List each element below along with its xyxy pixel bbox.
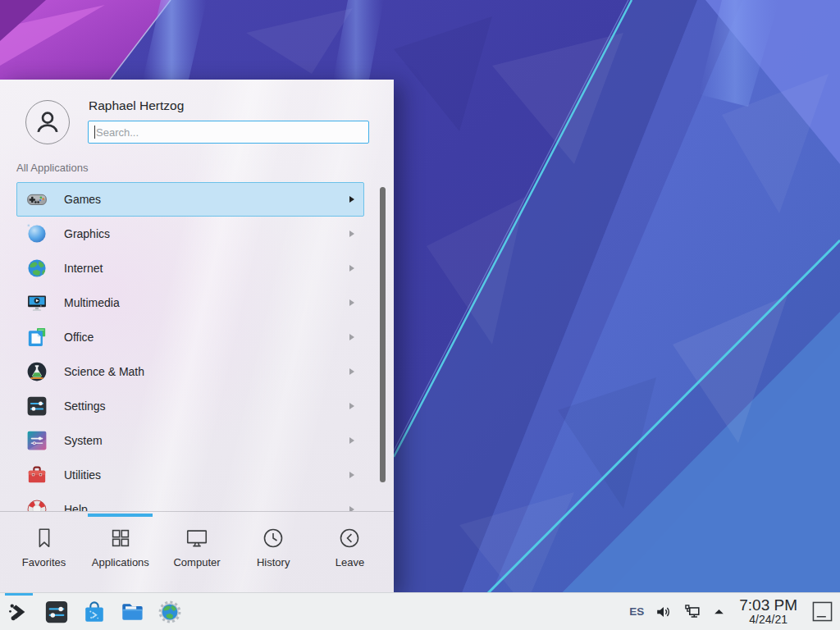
science-category-icon [26, 361, 48, 382]
launcher-application-launcher[interactable] [7, 600, 31, 624]
kde-launcher-icon [7, 600, 31, 624]
submenu-arrow-icon [349, 403, 354, 409]
submenu-arrow-icon [349, 437, 354, 444]
network-icon[interactable] [683, 603, 701, 621]
category-row-games[interactable]: Games [16, 182, 364, 217]
tray-expander-icon[interactable] [712, 605, 726, 619]
category-row-system[interactable]: System [16, 423, 364, 458]
category-row-utilities[interactable]: Utilities [16, 458, 364, 492]
keyboard-layout-indicator[interactable]: ES [629, 605, 644, 618]
category-list: GamesGraphicsInternetMultimediaOfficeSci… [0, 182, 394, 511]
internet-category-icon [26, 258, 48, 279]
show-desktop-button[interactable] [812, 601, 833, 622]
category-label: Internet [64, 262, 103, 275]
digital-clock[interactable]: 7:03 PM 4/24/21 [739, 597, 797, 627]
launcher-discover[interactable] [82, 600, 107, 624]
multimedia-category-icon [26, 292, 48, 313]
tab-favorites[interactable]: Favorites [6, 512, 82, 592]
list-scrollbar[interactable] [380, 187, 386, 482]
tab-label: Favorites [22, 556, 66, 568]
category-row-help[interactable]: Help [16, 492, 364, 511]
search-input-field[interactable] [89, 121, 368, 143]
category-label: Utilities [64, 468, 101, 482]
folder-icon [120, 600, 144, 624]
leave-back-icon [337, 526, 362, 550]
user-name: Raphael Hertzog [89, 98, 184, 113]
category-row-multimedia[interactable]: Multimedia [16, 285, 364, 320]
text-cursor [94, 126, 95, 139]
launcher-file-manager[interactable] [120, 600, 144, 624]
globe-gear-icon [158, 600, 182, 624]
category-row-graphics[interactable]: Graphics [16, 217, 364, 251]
tab-label: History [257, 556, 290, 568]
category-row-science-math[interactable]: Science & Math [16, 354, 364, 389]
section-label: All Applications [16, 162, 88, 174]
discover-bag-icon [82, 600, 107, 624]
submenu-arrow-icon [349, 299, 354, 306]
history-clock-icon [261, 526, 285, 550]
submenu-arrow-icon [349, 196, 354, 203]
clock-date: 4/24/21 [739, 614, 797, 626]
desktop: Raphael Hertzog All Applications GamesGr… [0, 0, 840, 630]
graphics-category-icon [26, 223, 48, 244]
volume-icon[interactable] [655, 603, 673, 621]
category-label: System [64, 434, 103, 447]
launcher-system-settings[interactable] [44, 600, 69, 624]
settings-category-icon [26, 395, 48, 417]
utilities-category-icon [26, 464, 48, 486]
submenu-arrow-icon [349, 368, 354, 375]
clock-time: 7:03 PM [739, 597, 797, 614]
system-settings-icon [44, 600, 69, 624]
user-avatar [25, 100, 70, 144]
search-input[interactable] [88, 121, 369, 144]
category-label: Settings [64, 399, 106, 413]
application-launcher-menu: Raphael Hertzog All Applications GamesGr… [0, 80, 394, 592]
tab-label: Leave [336, 556, 364, 568]
category-label: Graphics [64, 227, 110, 240]
tab-label: Computer [173, 556, 220, 568]
submenu-arrow-icon [349, 472, 354, 478]
help-category-icon [26, 499, 48, 511]
computer-monitor-icon [185, 526, 209, 550]
person-icon [32, 107, 63, 138]
tab-leave[interactable]: Leave [312, 512, 388, 592]
tab-label: Applications [92, 556, 149, 568]
applications-grid-icon [108, 526, 133, 550]
taskbar-panel: ES 7:03 PM 4/24/21 [0, 592, 840, 630]
launcher-tab-bar: FavoritesApplicationsComputerHistoryLeav… [0, 511, 394, 592]
tab-history[interactable]: History [235, 512, 312, 592]
category-label: Science & Math [64, 365, 144, 378]
submenu-arrow-icon [349, 265, 354, 272]
tab-applications[interactable]: Applications [82, 512, 158, 592]
office-category-icon [26, 326, 48, 348]
tab-computer[interactable]: Computer [158, 512, 235, 592]
submenu-arrow-icon [349, 334, 354, 340]
submenu-arrow-icon [349, 231, 354, 237]
launcher-web-browser[interactable] [158, 600, 182, 624]
games-category-icon [26, 189, 48, 210]
favorites-bookmark-icon [32, 526, 57, 550]
category-row-office[interactable]: Office [16, 320, 364, 354]
category-row-internet[interactable]: Internet [16, 251, 364, 285]
category-label: Help [64, 503, 88, 511]
taskbar-launchers [0, 593, 182, 630]
system-tray: ES 7:03 PM 4/24/21 [629, 593, 840, 630]
category-label: Games [64, 193, 101, 206]
category-label: Multimedia [64, 296, 120, 309]
system-category-icon [26, 430, 48, 451]
category-row-settings[interactable]: Settings [16, 389, 364, 423]
category-label: Office [64, 331, 94, 344]
